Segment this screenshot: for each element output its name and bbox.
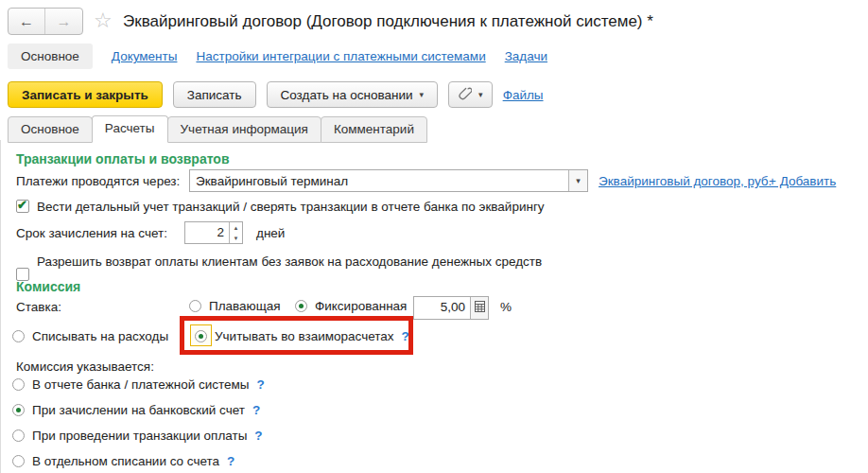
nav-link-integration-settings[interactable]: Настройки интеграции с платежными систем… <box>196 49 485 63</box>
nav-links-row: Основное Документы Настройки интеграции … <box>8 44 547 69</box>
payment-transaction-label: При проведении транзакции оплаты <box>32 429 247 443</box>
rate-label: Ставка: <box>16 300 61 314</box>
commission-option-bank-account: При зачислении на банковский счет ? <box>12 403 260 417</box>
allow-refund-label: Разрешить возврат оплаты клиентам без за… <box>37 254 542 269</box>
section-heading-transactions: Транзакции оплаты и возвратов <box>16 151 230 166</box>
back-arrow-icon: ← <box>19 13 34 30</box>
commission-option-bank-report: В отчете банка / платежной системы ? <box>12 377 265 392</box>
commission-specified-label: Комиссия указывается: <box>16 359 154 374</box>
rate-option-floating: Плавающая <box>189 299 281 313</box>
write-off-label: Списывать на расходы <box>32 329 168 343</box>
bank-report-label: В отчете банка / платежной системы <box>32 377 250 392</box>
separate-debit-radio[interactable] <box>12 455 25 467</box>
chevron-down-icon: ▾ <box>478 90 483 99</box>
rate-floating-radio[interactable] <box>189 300 201 312</box>
rate-value-input[interactable]: 5,00 <box>414 297 470 319</box>
payment-transaction-help-icon[interactable]: ? <box>254 429 262 443</box>
tab-main[interactable]: Основное <box>8 116 93 143</box>
commission-option-separate-debit: В отдельном списании со счета ? <box>12 454 234 468</box>
term-spinner: 2 ▲ ▼ <box>184 221 243 244</box>
acquiring-contract-link[interactable]: Эквайринговый договор, руб. <box>599 174 772 188</box>
payments-via-label: Платежи проводятся через: <box>16 174 180 188</box>
forward-button[interactable]: → <box>45 9 82 34</box>
spin-down-icon[interactable]: ▼ <box>230 233 242 243</box>
bank-account-label: При зачислении на банковский счет <box>32 403 245 417</box>
payments-via-dropdown-button[interactable]: ▾ <box>568 170 587 191</box>
save-and-close-label: Записать и закрыть <box>22 88 148 102</box>
back-button[interactable]: ← <box>9 9 45 34</box>
rate-fixed-label: Фиксированная <box>315 299 407 313</box>
rate-option-fixed: Фиксированная <box>295 299 407 313</box>
save-and-close-button[interactable]: Записать и закрыть <box>8 81 163 108</box>
bank-account-help-icon[interactable]: ? <box>252 403 260 417</box>
bank-report-help-icon[interactable]: ? <box>257 377 265 392</box>
payment-transaction-radio[interactable] <box>12 429 25 442</box>
save-button[interactable]: Записать <box>173 81 256 108</box>
checkmark-icon: ✔ <box>17 198 27 212</box>
tab-calculations[interactable]: Расчеты <box>92 115 168 143</box>
chevron-down-icon: ▾ <box>420 90 425 99</box>
rate-value-box: 5,00 <box>413 296 489 320</box>
nav-item-main[interactable]: Основное <box>8 44 93 69</box>
payments-via-combobox: ▾ <box>189 169 588 192</box>
settlements-radio[interactable] <box>195 330 207 342</box>
content-left-border <box>0 140 1 473</box>
tab-comment[interactable]: Комментарий <box>321 116 427 143</box>
commission-option-payment-transaction: При проведении транзакции оплаты ? <box>12 429 263 443</box>
add-link[interactable]: + Добавить <box>769 174 836 188</box>
attachments-button[interactable]: ▾ <box>448 81 493 108</box>
history-nav: ← → <box>8 8 83 35</box>
commission-write-off-option: Списывать на расходы <box>12 329 168 343</box>
nav-link-documents[interactable]: Документы <box>112 49 178 63</box>
favorite-star-icon[interactable]: ☆ <box>94 9 113 33</box>
write-off-radio[interactable] <box>12 330 25 342</box>
calculator-icon <box>475 301 485 315</box>
section-heading-commission: Комиссия <box>16 279 80 294</box>
calculator-button[interactable] <box>470 297 488 319</box>
payments-via-input[interactable] <box>190 170 568 191</box>
settlements-label: Учитывать во взаиморасчетах <box>215 329 394 343</box>
save-label: Записать <box>187 88 242 102</box>
commission-settlements-option: Учитывать во взаиморасчетах ? <box>195 329 409 343</box>
separate-debit-label: В отдельном списании со счета <box>32 454 219 468</box>
bank-report-radio[interactable] <box>12 378 25 391</box>
term-unit-label: дней <box>256 226 285 240</box>
chevron-down-icon: ▾ <box>576 176 581 185</box>
detailed-accounting-checkbox[interactable]: ✔ <box>16 200 29 213</box>
create-based-on-button[interactable]: Создать на основании ▾ <box>267 81 439 108</box>
files-link[interactable]: Файлы <box>503 88 544 102</box>
tab-bar: Основное Расчеты Учетная информация Комм… <box>8 115 426 143</box>
settlements-help-icon[interactable]: ? <box>402 329 409 343</box>
tab-accounting-info[interactable]: Учетная информация <box>167 116 321 143</box>
term-label: Срок зачисления на счет: <box>16 226 167 240</box>
spin-up-icon[interactable]: ▲ <box>230 222 242 233</box>
page-title: Эквайринговый договор (Договор подключен… <box>123 12 653 31</box>
bank-account-radio[interactable] <box>12 404 25 416</box>
rate-fixed-radio[interactable] <box>295 300 307 312</box>
forward-arrow-icon: → <box>57 13 72 30</box>
detailed-accounting-label: Вести детальный учет транзакций / сверят… <box>37 200 545 214</box>
rate-unit-label: % <box>500 300 512 314</box>
rate-floating-label: Плавающая <box>209 299 281 313</box>
term-input[interactable]: 2 <box>185 222 229 243</box>
nav-link-tasks[interactable]: Задачи <box>505 49 547 63</box>
separate-debit-help-icon[interactable]: ? <box>227 454 234 468</box>
paperclip-icon <box>458 86 472 103</box>
toolbar: Записать и закрыть Записать Создать на о… <box>8 81 544 108</box>
create-based-on-label: Создать на основании <box>281 88 413 102</box>
